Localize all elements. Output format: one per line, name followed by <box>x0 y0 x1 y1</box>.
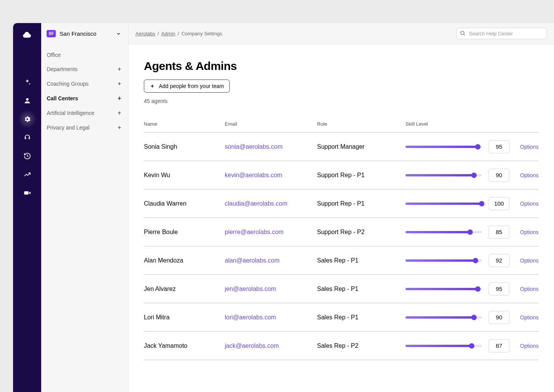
sidebar-item[interactable]: Office <box>41 48 128 62</box>
agent-name: Jen Alvarez <box>144 286 225 292</box>
email-link[interactable]: claudia@aerolabs.com <box>225 200 287 207</box>
options-link[interactable]: Options <box>520 286 539 292</box>
agent-email: pierre@aerolabs.com <box>225 229 317 236</box>
agent-email: kevin@aerolabs.com <box>225 172 317 179</box>
agent-role: Support Rep - P1 <box>317 172 405 179</box>
options-link[interactable]: Options <box>520 144 539 150</box>
skill-cell: 90 <box>405 169 509 182</box>
sidebar-item-label: Privacy and Legal <box>47 125 89 131</box>
table-row: Alan Mendozaalan@aerolabs.comSales Rep -… <box>144 246 539 275</box>
topbar: Aerolabs / Admin / Company Settings <box>128 23 554 44</box>
skill-value-input[interactable]: 95 <box>489 282 509 296</box>
headset-icon[interactable] <box>18 128 37 147</box>
agent-name: Claudia Warren <box>144 200 225 207</box>
agent-email: jen@aerolabs.com <box>225 286 317 292</box>
skill-slider[interactable] <box>405 203 482 205</box>
email-link[interactable]: sonia@aerolabs.com <box>225 143 283 150</box>
skill-value-input[interactable]: 85 <box>489 226 509 239</box>
breadcrumb-sep: / <box>157 31 159 37</box>
skill-slider[interactable] <box>405 259 482 262</box>
skill-slider[interactable] <box>405 288 482 290</box>
agent-email: lori@aerolabs.com <box>225 314 317 321</box>
agent-name: Jack Yamamoto <box>144 342 225 349</box>
email-link[interactable]: pierre@aerolabs.com <box>225 229 284 235</box>
email-link[interactable]: kevin@aerolabs.com <box>225 172 282 178</box>
breadcrumb-link[interactable]: Aerolabs <box>135 31 155 37</box>
skill-value-input[interactable]: 95 <box>489 140 509 153</box>
gear-icon[interactable] <box>18 110 37 128</box>
agent-count: 45 agents <box>144 98 539 104</box>
skill-value-input[interactable]: 90 <box>489 311 509 324</box>
agent-role: Sales Rep - P1 <box>317 314 405 321</box>
plus-icon[interactable]: + <box>118 110 121 116</box>
col-header-skill: Skill Level <box>405 121 509 127</box>
agent-role: Support Rep - P1 <box>317 200 405 207</box>
skill-value-input[interactable]: 87 <box>489 339 509 352</box>
options-link[interactable]: Options <box>520 201 539 207</box>
person-icon[interactable] <box>18 91 37 110</box>
plus-icon[interactable]: + <box>118 66 121 73</box>
col-header-role: Role <box>317 121 405 127</box>
svg-line-1 <box>464 34 465 35</box>
table-row: Sonia Singhsonia@aerolabs.comSupport Man… <box>144 133 539 161</box>
sidebar-item[interactable]: Privacy and Legal+ <box>41 120 128 135</box>
location-switcher[interactable]: SF San Francisco <box>41 23 128 44</box>
options-link[interactable]: Options <box>520 314 539 321</box>
plus-icon[interactable]: + <box>118 95 121 102</box>
trending-icon[interactable] <box>18 165 37 184</box>
sidebar-item[interactable]: Departments+ <box>41 62 128 76</box>
plus-icon[interactable]: + <box>118 124 121 131</box>
sidebar-item[interactable]: Coaching Groups+ <box>41 76 128 91</box>
breadcrumb-sep: / <box>178 31 179 37</box>
options-link[interactable]: Options <box>520 229 539 235</box>
sidebar-item[interactable]: Call Centers+ <box>41 91 128 106</box>
agent-name: Kevin Wu <box>144 172 225 179</box>
skill-slider[interactable] <box>405 345 482 347</box>
email-link[interactable]: jack@aerolabs.com <box>225 342 279 349</box>
sidebar-list: OfficeDepartments+Coaching Groups+Call C… <box>41 44 128 139</box>
skill-slider[interactable] <box>405 174 482 176</box>
skill-slider[interactable] <box>405 316 482 319</box>
skill-slider[interactable] <box>405 146 482 148</box>
skill-slider[interactable] <box>405 231 482 233</box>
skill-value-input[interactable]: 92 <box>489 254 509 267</box>
options-cell: Options <box>509 286 539 292</box>
email-link[interactable]: lori@aerolabs.com <box>225 314 276 321</box>
skill-value-input[interactable]: 90 <box>489 169 509 182</box>
options-cell: Options <box>509 257 539 264</box>
video-icon[interactable] <box>18 184 37 202</box>
email-link[interactable]: jen@aerolabs.com <box>225 286 276 292</box>
sidebar: SF San Francisco OfficeDepartments+Coach… <box>41 23 128 392</box>
sidebar-item-label: Artificial Intelligence <box>47 110 94 116</box>
sparkle-icon[interactable] <box>18 73 37 91</box>
breadcrumb-current: Company Settings <box>181 31 222 37</box>
sidebar-item[interactable]: Artificial Intelligence+ <box>41 106 128 120</box>
skill-cell: 90 <box>405 311 509 324</box>
table-row: Pierre Boulepierre@aerolabs.comSupport R… <box>144 218 539 246</box>
sidebar-item-label: Office <box>47 52 60 58</box>
skill-value-input[interactable]: 100 <box>489 197 509 210</box>
search-icon <box>460 30 466 36</box>
table-row: Kevin Wukevin@aerolabs.comSupport Rep - … <box>144 161 539 189</box>
email-link[interactable]: alan@aerolabs.com <box>225 257 280 264</box>
history-icon[interactable] <box>18 147 37 165</box>
options-cell: Options <box>509 143 539 150</box>
breadcrumb: Aerolabs / Admin / Company Settings <box>135 31 222 37</box>
options-cell: Options <box>509 342 539 349</box>
agent-email: jack@aerolabs.com <box>225 342 317 349</box>
agent-name: Pierre Boule <box>144 229 225 236</box>
plus-icon <box>150 83 155 89</box>
sidebar-item-label: Departments <box>47 66 77 72</box>
add-people-button[interactable]: Add people from your team <box>144 80 230 93</box>
plus-icon[interactable]: + <box>118 80 121 87</box>
table-row: Jen Alvarezjen@aerolabs.comSales Rep - P… <box>144 275 539 303</box>
options-link[interactable]: Options <box>520 257 539 264</box>
agent-role: Sales Rep - P1 <box>317 257 405 264</box>
search-input[interactable] <box>456 28 547 39</box>
table-row: Claudia Warrenclaudia@aerolabs.comSuppor… <box>144 189 539 218</box>
options-link[interactable]: Options <box>520 343 539 349</box>
breadcrumb-link[interactable]: Admin <box>161 31 175 37</box>
options-link[interactable]: Options <box>520 172 539 178</box>
svg-point-0 <box>461 32 464 35</box>
page-title: Agents & Admins <box>144 60 539 73</box>
